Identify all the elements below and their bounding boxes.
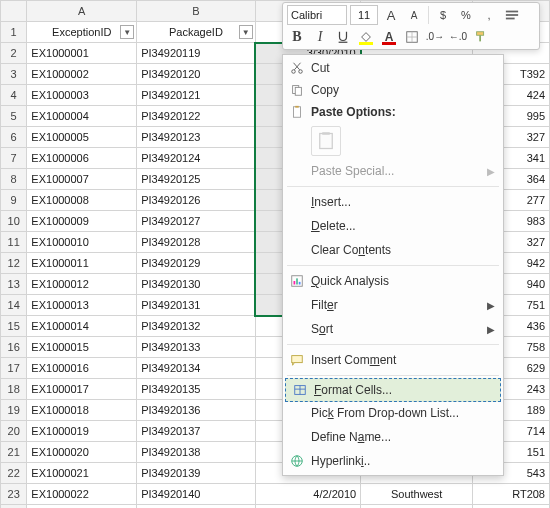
cell[interactable]: EX1000010 bbox=[27, 232, 137, 253]
cell[interactable]: PI34920130 bbox=[137, 274, 256, 295]
filter-cell-exceptionid[interactable]: ExceptionID ▼ bbox=[27, 22, 137, 43]
grid-row[interactable]: 23EX1000022PI349201404/2/2010SouthwestRT… bbox=[1, 484, 550, 505]
row-header[interactable]: 16 bbox=[1, 337, 27, 358]
cell[interactable]: EX1000018 bbox=[27, 400, 137, 421]
ctx-clear-contents[interactable]: Clear Contents bbox=[283, 238, 503, 262]
cell[interactable]: EX1000001 bbox=[27, 43, 137, 64]
cell[interactable]: PI34920124 bbox=[137, 148, 256, 169]
ctx-define-name[interactable]: Define Name... bbox=[283, 425, 503, 449]
cell[interactable]: EX1000003 bbox=[27, 85, 137, 106]
filter-dropdown-icon[interactable]: ▼ bbox=[120, 25, 134, 39]
cell[interactable]: PI34920134 bbox=[137, 358, 256, 379]
cell[interactable]: Southwest bbox=[361, 484, 473, 505]
row-header[interactable]: 22 bbox=[1, 463, 27, 484]
cell[interactable]: PI34920139 bbox=[137, 463, 256, 484]
row-header-1[interactable]: 1 bbox=[1, 22, 27, 43]
italic-button[interactable]: I bbox=[310, 27, 330, 47]
cell[interactable]: EX1000007 bbox=[27, 169, 137, 190]
borders-button[interactable] bbox=[402, 27, 422, 47]
accounting-format-button[interactable]: $ bbox=[433, 5, 453, 25]
row-header[interactable]: 14 bbox=[1, 295, 27, 316]
font-name-selector[interactable]: Calibri bbox=[287, 5, 347, 25]
font-color-button[interactable]: A bbox=[379, 27, 399, 47]
cell[interactable]: EX1000022 bbox=[27, 484, 137, 505]
cell[interactable]: EX1000004 bbox=[27, 106, 137, 127]
cell[interactable]: EX1000002 bbox=[27, 64, 137, 85]
paste-option-default[interactable] bbox=[311, 126, 341, 156]
row-header[interactable]: 12 bbox=[1, 253, 27, 274]
row-header[interactable]: 7 bbox=[1, 148, 27, 169]
cell[interactable]: EX1000014 bbox=[27, 316, 137, 337]
ctx-filter[interactable]: Filter ▶ bbox=[283, 293, 503, 317]
cell[interactable]: PI34920128 bbox=[137, 232, 256, 253]
cell[interactable]: PI34920135 bbox=[137, 379, 256, 400]
filter-cell-packageid[interactable]: PackageID ▼ bbox=[137, 22, 256, 43]
grow-font-button[interactable]: A bbox=[381, 5, 401, 25]
cell[interactable]: EX1000021 bbox=[27, 463, 137, 484]
row-header[interactable]: 18 bbox=[1, 379, 27, 400]
ctx-hyperlink[interactable]: Hyperlinki.. bbox=[283, 449, 503, 473]
row-header[interactable]: 13 bbox=[1, 274, 27, 295]
font-size-selector[interactable]: 11 bbox=[350, 5, 378, 25]
cell[interactable]: PI34920137 bbox=[137, 421, 256, 442]
row-header[interactable]: 15 bbox=[1, 316, 27, 337]
cell[interactable]: PI34920119 bbox=[137, 43, 256, 64]
format-cells-launcher-icon[interactable] bbox=[502, 5, 522, 25]
cell[interactable]: EX1000009 bbox=[27, 211, 137, 232]
row-header[interactable]: 3 bbox=[1, 64, 27, 85]
cell[interactable]: PI34920126 bbox=[137, 190, 256, 211]
cell[interactable]: RT208 bbox=[473, 484, 550, 505]
comma-format-button[interactable]: , bbox=[479, 5, 499, 25]
row-header[interactable]: 11 bbox=[1, 232, 27, 253]
ctx-insert-comment[interactable]: Insert Comment bbox=[283, 348, 503, 372]
cell[interactable]: EX1000008 bbox=[27, 190, 137, 211]
increase-decimal-button[interactable]: .0→ bbox=[425, 27, 445, 47]
cell[interactable]: EX1000013 bbox=[27, 295, 137, 316]
cell[interactable]: PI34920138 bbox=[137, 442, 256, 463]
cell[interactable]: 4/2/2010 bbox=[255, 505, 360, 509]
cell[interactable]: EX1000016 bbox=[27, 358, 137, 379]
decrease-decimal-button[interactable]: ←.0 bbox=[448, 27, 468, 47]
fill-color-button[interactable] bbox=[356, 27, 376, 47]
cell[interactable]: EX1000011 bbox=[27, 253, 137, 274]
cell[interactable]: PI34920127 bbox=[137, 211, 256, 232]
row-header[interactable]: 20 bbox=[1, 421, 27, 442]
cell[interactable]: EX1000012 bbox=[27, 274, 137, 295]
cell[interactable]: PI34920133 bbox=[137, 337, 256, 358]
row-header[interactable]: 23 bbox=[1, 484, 27, 505]
format-painter-icon[interactable] bbox=[471, 27, 491, 47]
cell[interactable]: PI34920122 bbox=[137, 106, 256, 127]
filter-dropdown-icon[interactable]: ▼ bbox=[239, 25, 253, 39]
cell[interactable]: PI34920125 bbox=[137, 169, 256, 190]
cell[interactable]: PI34920140 bbox=[137, 484, 256, 505]
row-header[interactable]: 10 bbox=[1, 211, 27, 232]
cell[interactable]: South bbox=[361, 505, 473, 509]
cell[interactable]: PI34920132 bbox=[137, 316, 256, 337]
row-header[interactable]: 24 bbox=[1, 505, 27, 509]
cell[interactable]: PI34920141 bbox=[137, 505, 256, 509]
row-header[interactable]: 21 bbox=[1, 442, 27, 463]
cell[interactable]: PI34920123 bbox=[137, 127, 256, 148]
cell[interactable]: 4/2/2010 bbox=[255, 484, 360, 505]
ctx-quick-analysis[interactable]: Quick Analysis bbox=[283, 269, 503, 293]
row-header[interactable]: 6 bbox=[1, 127, 27, 148]
ctx-pick-from-list[interactable]: Pick From Drop-down List... bbox=[283, 401, 503, 425]
select-all-corner[interactable] bbox=[1, 1, 27, 22]
ctx-copy[interactable]: Copy bbox=[283, 79, 503, 101]
row-header[interactable]: 2 bbox=[1, 43, 27, 64]
underline-button[interactable] bbox=[333, 27, 353, 47]
row-header[interactable]: 9 bbox=[1, 190, 27, 211]
cell[interactable]: EX1000020 bbox=[27, 442, 137, 463]
cell[interactable]: EX1000006 bbox=[27, 148, 137, 169]
column-header-A[interactable]: A bbox=[27, 1, 137, 22]
cell[interactable]: EX1000019 bbox=[27, 421, 137, 442]
percent-format-button[interactable]: % bbox=[456, 5, 476, 25]
cell[interactable]: EX1000005 bbox=[27, 127, 137, 148]
cell[interactable]: RT145 bbox=[473, 505, 550, 509]
grid-row[interactable]: 24EX1000023PI349201414/2/2010SouthRT145 bbox=[1, 505, 550, 509]
row-header[interactable]: 17 bbox=[1, 358, 27, 379]
shrink-font-button[interactable]: A bbox=[404, 5, 424, 25]
row-header[interactable]: 19 bbox=[1, 400, 27, 421]
cell[interactable]: PI34920121 bbox=[137, 85, 256, 106]
cell[interactable]: PI34920131 bbox=[137, 295, 256, 316]
